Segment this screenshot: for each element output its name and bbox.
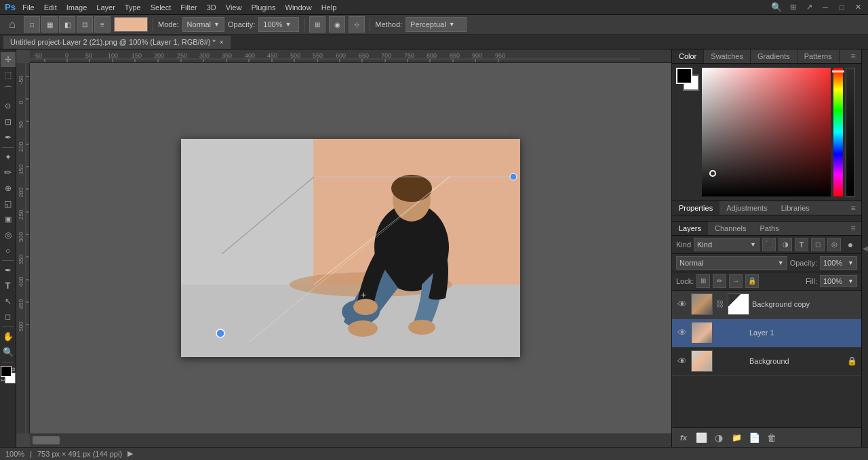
eraser-tool[interactable]: ◱ [1,196,16,211]
home-icon[interactable]: ⌂ [4,16,20,33]
marquee-tool[interactable]: ⬚ [1,68,16,83]
tab-properties[interactable]: Properties [672,201,719,215]
color-panel-menu-icon[interactable]: ≡ [848,51,859,62]
menu-3d[interactable]: 3D [202,2,221,13]
horizontal-scrollbar[interactable] [30,434,671,447]
lock-pixels-icon[interactable]: ⊞ [696,274,710,288]
fg-bg-color-widget[interactable]: ⇄ ↩ [1,366,16,383]
menu-filter[interactable]: Filter [176,2,201,13]
menu-edit[interactable]: Edit [39,2,62,13]
menu-type[interactable]: Type [120,2,146,13]
hand-tool[interactable]: ✋ [1,329,16,344]
layer-visibility-eye[interactable]: 👁 [676,298,688,310]
mode-dropdown[interactable]: Normal ▼ [182,17,224,32]
transform-warp-icon[interactable]: ◉ [329,16,345,33]
menu-plugins[interactable]: Plugins [246,2,280,13]
zoom-tool[interactable]: 🔍 [1,345,16,360]
new-layer-button[interactable]: 📄 [747,430,762,445]
path-select-tool[interactable]: ↖ [1,294,16,309]
layers-panel-menu-icon[interactable]: ≡ [848,223,859,234]
menu-image[interactable]: Image [62,2,92,13]
menu-window[interactable]: Window [281,2,317,13]
filter-toggle[interactable]: ● [844,238,857,251]
layer1-name[interactable]: Layer 1 [749,329,857,337]
status-arrow-icon[interactable]: ▶ [127,449,133,458]
tab-channels[interactable]: Channels [708,222,753,235]
lock-position-icon[interactable]: ✏ [713,274,726,288]
clone-tool[interactable]: ⊕ [1,181,16,196]
filter-dropdown[interactable]: Kind ▼ [694,238,760,251]
blend-mode-dropdown[interactable]: Normal ▼ [676,256,787,270]
dodge-tool[interactable]: ○ [1,243,16,258]
tab-gradients[interactable]: Gradients [751,49,797,63]
brush-tool[interactable]: ✏ [1,165,16,180]
type-tool[interactable]: T [1,278,16,293]
pen-tool[interactable]: ✒ [1,263,16,278]
add-adjustment-button[interactable]: ◑ [711,430,726,445]
color-spectrum-area[interactable] [702,68,831,196]
transform-grid-icon[interactable]: ⊹ [349,16,365,33]
minimize-button[interactable]: ─ [818,0,833,15]
filter-adjust-icon[interactable]: ◑ [778,238,792,251]
layer-row-background-copy[interactable]: 👁 ⛓ Background copy [672,291,861,319]
maximize-button[interactable]: □ [834,0,849,15]
tab-paths[interactable]: Paths [753,222,786,235]
foreground-color[interactable] [1,366,12,377]
add-mask-button[interactable]: ⬜ [694,430,709,445]
gradient-tool[interactable]: ▣ [1,212,16,227]
layer1-visibility-eye[interactable]: 👁 [676,327,688,339]
delete-layer-button[interactable]: 🗑 [764,430,779,445]
close-button[interactable]: ✕ [850,0,865,15]
quick-select-tool[interactable]: ⊙ [1,99,16,114]
opacity-bar[interactable] [846,68,855,196]
hue-bar[interactable] [833,68,843,196]
tab-close-icon[interactable]: × [220,39,224,46]
share-icon[interactable]: ↗ [802,0,816,15]
layer-row-layer1[interactable]: 👁 Layer 1 [672,319,861,348]
menu-select[interactable]: Select [146,2,176,13]
menu-view[interactable]: View [221,2,247,13]
options-lock-all[interactable]: ▦ [41,16,58,33]
background-name[interactable]: Background [749,357,844,365]
menu-file[interactable]: File [18,2,39,13]
add-fx-button[interactable]: fx [676,430,691,445]
fill-field[interactable]: 100% ▼ [820,275,857,287]
arrange-icon[interactable]: ⊞ [785,0,800,15]
add-group-button[interactable]: 📁 [729,430,744,445]
lasso-tool[interactable]: ⌒ [1,83,16,98]
tab-adjustments[interactable]: Adjustments [719,201,774,215]
filter-pixel-icon[interactable]: ⬛ [762,238,776,251]
lock-artboard-icon[interactable]: → [729,274,743,288]
tab-swatches[interactable]: Swatches [704,49,751,63]
tab-layers[interactable]: Layers [672,222,708,235]
image-canvas[interactable]: + [181,139,520,357]
tab-color[interactable]: Color [672,49,704,63]
lock-all-icon[interactable]: 🔒 [745,274,759,288]
options-extra[interactable]: ≡ [94,16,111,33]
crop-tool[interactable]: ⊡ [1,114,16,129]
document-tab[interactable]: Untitled project-Layer 2 (21).png @ 100%… [3,35,231,49]
method-dropdown[interactable]: Perceptual ▼ [406,17,467,32]
foreground-chip[interactable] [676,68,692,84]
layer-row-background[interactable]: 👁 Background 🔒 [672,348,861,376]
tab-libraries[interactable]: Libraries [774,201,816,215]
right-panel-collapse[interactable]: ◀ [861,49,868,447]
blur-tool[interactable]: ◎ [1,228,16,243]
shape-tool[interactable]: ◻ [1,310,16,325]
move-tool[interactable]: ✛ [1,52,16,67]
properties-panel-menu-icon[interactable]: ≡ [848,203,859,213]
filter-smartobj-icon[interactable]: ◎ [827,238,841,251]
eyedropper-tool[interactable]: ✒ [1,130,16,145]
transform-anchor-icon[interactable]: ⊞ [309,16,326,33]
background-visibility-eye[interactable]: 👁 [676,355,688,367]
menu-help[interactable]: Help [317,2,342,13]
options-artboard[interactable]: ⊡ [77,16,93,33]
filter-type-icon[interactable]: T [795,238,808,251]
options-lock-position[interactable]: ◧ [59,16,75,33]
color-preview-swatch[interactable] [114,17,148,32]
menu-layer[interactable]: Layer [92,2,120,13]
tab-patterns[interactable]: Patterns [797,49,840,63]
filter-shape-icon[interactable]: ◻ [811,238,825,251]
opacity-dropdown[interactable]: 100% ▼ [258,17,299,32]
spot-heal-tool[interactable]: ✦ [1,150,16,165]
